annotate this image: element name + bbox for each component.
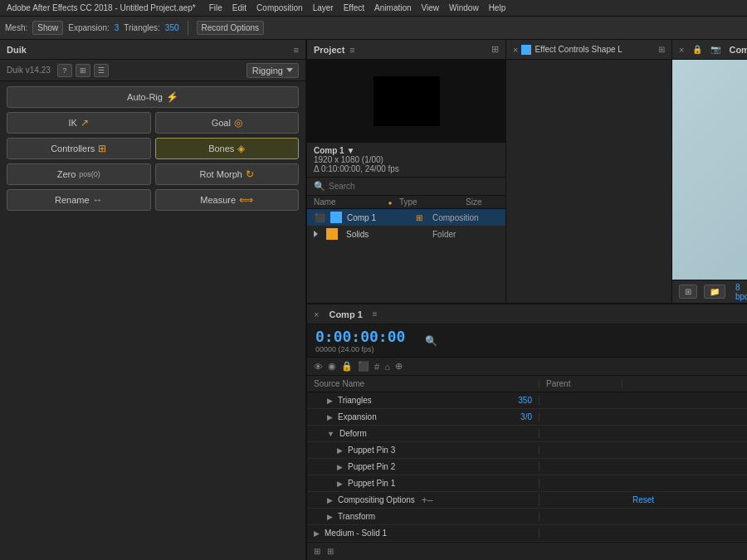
- effect-panel-tab: Effect Controls Shape L: [535, 45, 622, 54]
- project-col-headers: Name ⬥ Type Size: [307, 196, 505, 209]
- menu-layer[interactable]: Layer: [313, 3, 334, 12]
- duik-mode-dropdown[interactable]: Rigging: [247, 63, 299, 78]
- toolbar-separator: [188, 21, 188, 36]
- comp-footer-icon2[interactable]: 📁: [704, 285, 725, 299]
- timeline-tab-separator: ≡: [373, 309, 378, 319]
- solid1-expand[interactable]: ▶: [314, 529, 320, 538]
- measure-icon: ⟺: [239, 194, 253, 206]
- triangles-label: Triangles:: [124, 23, 160, 32]
- bones-label: Bones: [208, 144, 234, 153]
- layer-triangles: ▶ Triangles 350: [307, 392, 747, 409]
- rename-measure-row: Rename ↔ Measure ⟺: [7, 189, 299, 211]
- puppet2-expand[interactable]: ▶: [337, 463, 343, 471]
- reset-button[interactable]: Reset: [632, 495, 654, 504]
- layer-expansion-left: ▶ Expansion 3/0: [307, 412, 540, 421]
- app-title: Adobe After Effects CC 2018 - Untitled P…: [7, 3, 196, 12]
- measure-button[interactable]: Measure ⟺: [155, 189, 300, 211]
- auto-rig-icon: ⚡: [166, 91, 178, 103]
- panel-menu-icon[interactable]: ≡: [349, 45, 354, 55]
- project-panel-header: Project ≡ ⊞: [307, 40, 505, 60]
- timeline-col-headers: Source Name Parent: [307, 376, 747, 392]
- timeline-tool-search[interactable]: 🔍: [422, 334, 441, 348]
- tl-motion-blur[interactable]: #: [374, 362, 379, 372]
- puppet3-expand[interactable]: ▶: [337, 446, 343, 455]
- rename-button[interactable]: Rename ↔: [7, 189, 151, 211]
- rot-morph-button[interactable]: Rot Morph ↻: [155, 163, 300, 185]
- project-item-solids[interactable]: Solids Folder: [307, 226, 505, 242]
- menu-edit[interactable]: Edit: [232, 3, 247, 12]
- layer-puppet2-left: ▶ Puppet Pin 2: [307, 462, 540, 471]
- ik-button[interactable]: IK ↗: [7, 112, 151, 134]
- time-fps: 00000 (24.00 fps): [315, 345, 405, 353]
- bones-button[interactable]: Bones ◈: [155, 138, 300, 159]
- zero-button[interactable]: Zero pos(0): [7, 163, 151, 185]
- folder-color-icon: [326, 228, 338, 240]
- layer-solid1-left: ▶ Medium - Solid 1: [307, 528, 540, 538]
- comp-panel-tab[interactable]: Composition Comp 1: [729, 45, 747, 55]
- project-tab[interactable]: Project: [314, 45, 344, 55]
- layer-deform: ▼ Deform: [307, 426, 747, 442]
- auto-rig-button[interactable]: Auto-Rig ⚡: [7, 86, 299, 108]
- ik-icon: ↗: [81, 117, 89, 129]
- triangles-expand[interactable]: ▶: [327, 397, 333, 405]
- record-options-button[interactable]: Record Options: [197, 21, 264, 35]
- duik-header: Duik ≡: [0, 40, 305, 60]
- menu-window[interactable]: Window: [449, 3, 479, 12]
- tl-frame-blend[interactable]: ⌂: [384, 362, 390, 372]
- auto-rig-label: Auto-Rig: [127, 92, 163, 102]
- duik-help-icon[interactable]: ?: [57, 64, 72, 77]
- tl-color-btn[interactable]: ⬛: [358, 361, 369, 372]
- transform-name: Transform: [338, 512, 375, 521]
- search-input[interactable]: [329, 182, 499, 191]
- deform-expand[interactable]: ▼: [327, 430, 334, 438]
- goal-button[interactable]: Goal ◎: [155, 112, 300, 134]
- tl-footer-icon2[interactable]: ⊞: [327, 547, 334, 556]
- tl-eye-btn[interactable]: 👁: [314, 362, 323, 372]
- puppet1-expand[interactable]: ▶: [337, 480, 343, 488]
- project-search-bar[interactable]: 🔍: [307, 178, 505, 196]
- layer-puppet1: ▶ Puppet Pin 1: [307, 475, 747, 492]
- timeline-close[interactable]: ×: [314, 309, 319, 319]
- menu-file[interactable]: File: [209, 3, 222, 12]
- expansion-label: Expansion:: [68, 23, 109, 32]
- goal-icon: ◎: [234, 117, 242, 129]
- expansion-expand[interactable]: ▶: [327, 413, 333, 421]
- effect-panel-close[interactable]: ×: [513, 45, 518, 55]
- tl-lock-btn[interactable]: 🔒: [341, 361, 353, 372]
- project-files: ⬛ Comp 1 ⊞ Composition Solids Folder: [307, 209, 505, 303]
- timeline-layers: ▶ Triangles 350 ▶ Expansion 3/0: [307, 392, 747, 542]
- menu-effect[interactable]: Effect: [344, 3, 364, 12]
- tl-adjustments[interactable]: ⊕: [395, 361, 403, 372]
- menu-view[interactable]: View: [422, 3, 440, 12]
- zero-rotmorph-row: Zero pos(0) Rot Morph ↻: [7, 163, 299, 185]
- tl-parent-col-header: Parent: [540, 379, 622, 388]
- comp-footer-icon1[interactable]: ⊞: [679, 285, 697, 299]
- time-code[interactable]: 0:00:00:00: [315, 328, 405, 345]
- menu-items: File Edit Composition Layer Effect Anima…: [209, 3, 505, 12]
- add-remove-btn[interactable]: +–: [418, 494, 437, 506]
- effect-panel-expand[interactable]: ⊞: [658, 45, 665, 54]
- controllers-bones-row: Controllers ⊞ Bones ◈: [7, 138, 299, 159]
- expansion-value: 3/0: [520, 412, 532, 421]
- menu-composition[interactable]: Composition: [256, 3, 303, 12]
- project-item-comp1[interactable]: ⬛ Comp 1 ⊞ Composition: [307, 209, 505, 226]
- menu-help[interactable]: Help: [489, 3, 506, 12]
- panel-expand-icon[interactable]: ⊞: [491, 44, 499, 55]
- show-button[interactable]: Show: [32, 21, 63, 35]
- solid1-name: Medium - Solid 1: [325, 528, 387, 538]
- search-icon: 🔍: [314, 181, 325, 192]
- bones-icon: ◈: [237, 143, 245, 154]
- comp-panel-close[interactable]: ×: [679, 45, 684, 55]
- tl-footer-icon1[interactable]: ⊞: [314, 547, 320, 556]
- duik-list-icon[interactable]: ☰: [94, 64, 109, 77]
- comp-lock-icon: 🔒: [692, 45, 702, 54]
- menu-animation[interactable]: Animation: [374, 3, 411, 12]
- duik-grid-icon[interactable]: ⊞: [76, 64, 90, 77]
- mesh-label: Mesh:: [5, 23, 27, 32]
- controllers-button[interactable]: Controllers ⊞: [7, 138, 151, 159]
- compositing-expand[interactable]: ▶: [327, 496, 333, 504]
- timeline-time-display: 0:00:00:00 00000 (24.00 fps) 🔍 ⊞ ⊞ ⊞ ⊞ ⊞…: [307, 324, 747, 358]
- transform-expand[interactable]: ▶: [327, 513, 333, 521]
- tl-solo-btn[interactable]: ◉: [328, 361, 336, 372]
- duik-menu-icon[interactable]: ≡: [294, 45, 299, 55]
